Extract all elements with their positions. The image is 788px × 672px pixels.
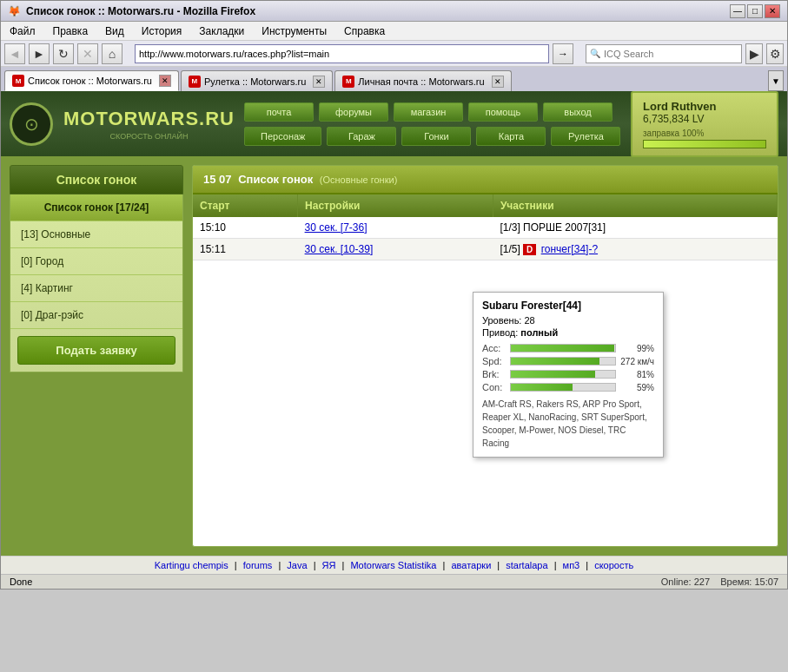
reload-button[interactable]: ↻ [53, 43, 74, 64]
address-bar[interactable] [135, 44, 549, 63]
stat-bar-brk [510, 370, 616, 379]
user-info: Lord Ruthven 6,735,834 LV заправка 100% [631, 91, 778, 157]
nav-roulette-button[interactable]: Рулетка [551, 127, 620, 146]
go-button[interactable]: → [553, 43, 573, 64]
footer-link-8[interactable]: мп3 [563, 560, 580, 570]
sidebar-item-city[interactable]: [0] Город [10, 248, 182, 275]
tab-mail[interactable]: M Личная почта :: Motorwars.ru ✕ [334, 70, 511, 91]
tabs-scroll-button[interactable]: ▼ [768, 70, 784, 91]
tabs-bar: M Список гонок :: Motorwars.ru ✕ M Рулет… [1, 67, 787, 91]
footer-link-4[interactable]: ЯЯ [322, 560, 336, 570]
menu-file[interactable]: Файл [4, 23, 41, 39]
tooltip-drive-val: полный [520, 327, 558, 338]
row2-start: 15:11 [193, 239, 298, 260]
sidebar-item-drag[interactable]: [0] Драг-рэйс [10, 302, 182, 329]
home-button[interactable]: ⌂ [102, 43, 123, 64]
footer-link-7[interactable]: startalapa [506, 560, 547, 570]
header-sub: (Основные гонки) [320, 175, 398, 185]
window-controls: — □ ✕ [730, 4, 780, 18]
tooltip-title: Subaru Forester[44] [482, 300, 654, 312]
footer-link-6[interactable]: аватарки [451, 560, 491, 570]
stat-val-acc: 99% [619, 344, 654, 353]
tooltip-drive: Привод: полный [482, 327, 654, 338]
logo-sub: СКОРОСТЬ ОНЛАЙН [63, 132, 235, 141]
tab-roulette-close[interactable]: ✕ [313, 76, 325, 88]
row1-settings: 30 сек. [7-36] [298, 217, 493, 239]
nav-forums-button[interactable]: форумы [319, 102, 388, 122]
fuel-bar-fill [644, 141, 765, 148]
nav-races-button[interactable]: Гонки [401, 127, 471, 146]
row2-participants: [1/5] D гончег[34]-? [493, 239, 777, 260]
footer-link-1[interactable]: Kartingu chempis [155, 560, 228, 570]
row2-name-link[interactable]: гончег[34]-? [541, 243, 598, 255]
table-header-row: Старт Настройки Участники [193, 194, 778, 217]
tab-races[interactable]: M Список гонок :: Motorwars.ru ✕ [4, 70, 179, 91]
menu-tools[interactable]: Инструменты [256, 23, 332, 39]
search-box: 🔍 [586, 44, 742, 63]
minimize-button[interactable]: — [730, 4, 745, 18]
forward-button[interactable]: ► [29, 43, 50, 64]
nav-garage-button[interactable]: Гараж [327, 127, 396, 146]
top-nav-row2: Персонаж Гараж Гонки Карта Рулетка [244, 127, 631, 146]
row2-badge: D [523, 244, 536, 255]
nav-map-button[interactable]: Карта [476, 127, 546, 146]
close-button[interactable]: ✕ [765, 4, 780, 18]
sidebar-item-races-list[interactable]: Список гонок [17/24] [10, 194, 182, 221]
icq-icon: 🔍 [590, 49, 600, 58]
search-go-button[interactable]: ▶ [745, 43, 763, 64]
tab-favicon-races: M [12, 75, 24, 87]
nav-shop-button[interactable]: магазин [394, 102, 463, 122]
tab-favicon-mail: M [342, 76, 354, 88]
tooltip-stat-spd: Spd: 272 км/ч [482, 356, 654, 366]
row2-settings: 30 сек. [10-39] [298, 239, 493, 260]
stat-bar-spd [510, 357, 616, 366]
sidebar-item-basic[interactable]: [13] Основные [10, 221, 182, 248]
search-input[interactable] [604, 49, 738, 59]
stat-fill-acc [511, 345, 614, 352]
user-name: Lord Ruthven [643, 100, 766, 113]
user-points: 6,735,834 LV [643, 113, 766, 125]
apply-button[interactable]: Подать заявку [17, 336, 175, 365]
stat-fill-spd [511, 358, 599, 365]
nav-bar: ◄ ► ↻ ✕ ⌂ → 🔍 ▶ ⚙ [1, 41, 787, 67]
stat-bar-con [510, 383, 616, 392]
row2-settings-link[interactable]: 30 сек. [10-39] [305, 243, 374, 255]
tooltip-parts: AM-Craft RS, Rakers RS, ARP Pro Sport, R… [482, 398, 654, 450]
car-tooltip: Subaru Forester[44] Уровень: 28 Привод: … [473, 292, 664, 458]
more-tools-button[interactable]: ⚙ [766, 43, 784, 64]
window-title: Список гонок :: Motorwars.ru - Mozilla F… [26, 5, 730, 17]
footer-link-9[interactable]: скорость [594, 560, 633, 570]
nav-mail-button[interactable]: почта [244, 102, 314, 122]
maximize-button[interactable]: □ [747, 4, 763, 18]
sidebar-item-karting[interactable]: [4] Картинг [10, 275, 182, 302]
back-button[interactable]: ◄ [4, 43, 25, 64]
fuel-label: заправка 100% [643, 128, 766, 138]
row1-settings-link[interactable]: 30 сек. [7-36] [305, 221, 368, 234]
nav-logout-button[interactable]: выход [543, 102, 613, 122]
browser-window: 🦊 Список гонок :: Motorwars.ru - Mozilla… [0, 0, 788, 590]
logo-area: ⊙ MOTORWARS.RU СКОРОСТЬ ОНЛАЙН [10, 102, 235, 146]
status-bar: Done Online: 227 Время: 15:07 [1, 574, 787, 589]
tab-roulette[interactable]: M Рулетка :: Motorwars.ru ✕ [181, 70, 333, 91]
menu-bookmarks[interactable]: Закладки [194, 23, 249, 39]
footer-link-5[interactable]: Motorwars Statistika [350, 560, 436, 570]
content-header: 15 07 Список гонок (Основные гонки) [193, 166, 778, 194]
tab-races-close[interactable]: ✕ [159, 75, 171, 87]
header-title: Список гонок [238, 173, 313, 186]
nav-character-button[interactable]: Персонаж [244, 127, 321, 146]
col-settings: Настройки [298, 194, 493, 217]
tab-mail-label: Личная почта :: Motorwars.ru [358, 76, 484, 87]
page-wrapper: ⊙ MOTORWARS.RU СКОРОСТЬ ОНЛАЙН почта фор… [1, 91, 787, 556]
footer-link-2[interactable]: forums [243, 560, 273, 570]
menu-history[interactable]: История [136, 23, 188, 39]
menu-edit[interactable]: Правка [48, 23, 94, 39]
menu-view[interactable]: Вид [100, 23, 129, 39]
nav-help-button[interactable]: помощь [468, 102, 538, 122]
sidebar: Список гонок Список гонок [17/24] [13] О… [10, 165, 183, 547]
top-nav: почта форумы магазин помощь выход Персон… [235, 102, 631, 146]
menu-help[interactable]: Справка [339, 23, 390, 39]
stop-button[interactable]: ✕ [77, 43, 98, 64]
tab-mail-close[interactable]: ✕ [492, 76, 504, 88]
stat-label-brk: Brk: [482, 369, 507, 379]
footer-link-3[interactable]: Java [287, 560, 307, 570]
